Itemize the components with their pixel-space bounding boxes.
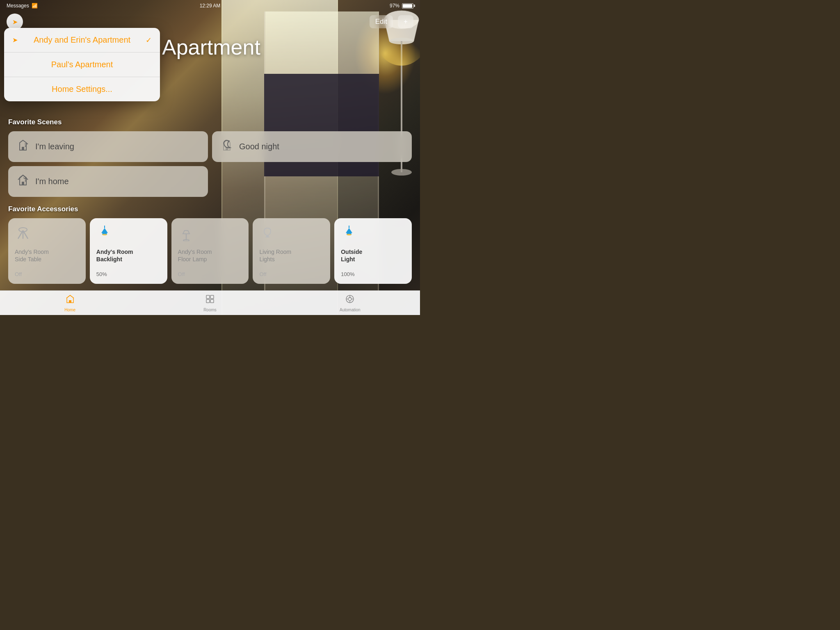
dropdown-item-settings-label: Home Settings... bbox=[52, 84, 112, 94]
floor-lamp-icon bbox=[178, 225, 242, 245]
floor-lamp-name: Andy's RoomFloor Lamp bbox=[178, 248, 242, 263]
svg-point-6 bbox=[25, 146, 26, 147]
svg-rect-7 bbox=[226, 147, 228, 150]
app-name: Messages bbox=[7, 3, 29, 9]
status-time: 12:29 AM bbox=[200, 3, 221, 9]
living-room-icon bbox=[259, 225, 324, 245]
side-table-name: Andy's RoomSide Table bbox=[15, 248, 79, 263]
accessories-section-title: Favorite Accessories bbox=[8, 205, 412, 213]
svg-point-15 bbox=[102, 234, 107, 235]
home-icon bbox=[16, 173, 30, 189]
automation-tab-icon bbox=[345, 294, 355, 306]
home-dropdown: ➤ Andy and Erin's Apartment ✓ Paul's Apa… bbox=[4, 28, 160, 101]
side-table-status: Off bbox=[15, 271, 79, 277]
add-button[interactable]: + bbox=[398, 15, 413, 28]
backlight-name: Andy's RoomBacklight bbox=[96, 248, 161, 263]
dropdown-item-paul-label: Paul's Apartment bbox=[51, 60, 113, 69]
leaving-label: I'm leaving bbox=[35, 142, 74, 151]
svg-rect-26 bbox=[210, 295, 214, 299]
floor-lamp-status: Off bbox=[178, 271, 242, 277]
sections-wrapper: Favorite Scenes I'm leaving bbox=[0, 118, 420, 290]
dropdown-item-andy-erin-label: Andy and Erin's Apartment bbox=[34, 35, 130, 45]
home-tab-icon bbox=[65, 294, 75, 306]
nav-arrow-icon: ➤ bbox=[12, 36, 18, 44]
living-room-status: Off bbox=[259, 271, 324, 277]
side-table-icon bbox=[15, 225, 79, 245]
accessory-backlight[interactable]: Andy's RoomBacklight 50% bbox=[90, 218, 167, 284]
edit-button[interactable]: Edit bbox=[370, 15, 393, 28]
status-bar: Messages 📶 12:29 AM 97% bbox=[0, 0, 420, 11]
outside-name: OutsideLight bbox=[341, 248, 405, 263]
dropdown-item-andy-erin[interactable]: ➤ Andy and Erin's Apartment ✓ bbox=[4, 28, 160, 52]
scenes-section-title: Favorite Scenes bbox=[8, 118, 412, 126]
accessories-section: Favorite Accessories Andy' bbox=[8, 205, 412, 284]
automation-tab-label: Automation bbox=[340, 308, 361, 312]
battery-percent: 97% bbox=[390, 3, 399, 9]
svg-rect-5 bbox=[22, 147, 24, 150]
outside-status: 100% bbox=[341, 271, 405, 277]
svg-point-22 bbox=[347, 234, 352, 235]
tab-home[interactable]: Home bbox=[0, 294, 140, 312]
home-label: I'm home bbox=[35, 177, 69, 186]
living-room-name: Living RoomLights bbox=[259, 248, 324, 263]
dropdown-item-paul[interactable]: Paul's Apartment bbox=[4, 52, 160, 77]
status-left: Messages 📶 bbox=[7, 3, 38, 9]
scenes-grid: I'm leaving Good night bbox=[8, 131, 412, 197]
home-tab-label: Home bbox=[64, 308, 75, 312]
scene-home[interactable]: I'm home bbox=[8, 166, 208, 197]
status-right: 97% bbox=[390, 3, 413, 9]
dropdown-item-settings[interactable]: Home Settings... bbox=[4, 77, 160, 101]
scene-goodnight[interactable]: Good night bbox=[212, 131, 412, 162]
svg-rect-25 bbox=[206, 295, 210, 299]
top-right-buttons: Edit + bbox=[370, 15, 413, 28]
svg-rect-28 bbox=[210, 299, 214, 303]
backlight-icon bbox=[96, 225, 161, 245]
tab-bar: Home Rooms Automation bbox=[0, 290, 420, 315]
rooms-tab-icon bbox=[205, 294, 215, 306]
accessory-side-table[interactable]: Andy's RoomSide Table Off bbox=[8, 218, 86, 284]
rooms-tab-label: Rooms bbox=[203, 308, 217, 312]
wifi-icon: 📶 bbox=[32, 3, 38, 9]
backlight-status: 50% bbox=[96, 271, 161, 277]
location-button[interactable]: ➤ bbox=[7, 14, 23, 30]
goodnight-icon bbox=[220, 139, 233, 155]
svg-rect-27 bbox=[206, 299, 210, 303]
svg-point-9 bbox=[25, 180, 26, 182]
svg-rect-8 bbox=[22, 182, 24, 185]
check-icon: ✓ bbox=[146, 36, 152, 45]
svg-rect-24 bbox=[69, 300, 71, 303]
accessories-grid: Andy's RoomSide Table Off bbox=[8, 218, 412, 284]
accessory-outside[interactable]: OutsideLight 100% bbox=[334, 218, 412, 284]
tab-rooms[interactable]: Rooms bbox=[140, 294, 280, 312]
accessory-floor-lamp[interactable]: Andy's RoomFloor Lamp Off bbox=[171, 218, 249, 284]
goodnight-label: Good night bbox=[239, 142, 279, 151]
tab-automation[interactable]: Automation bbox=[280, 294, 420, 312]
scene-leaving[interactable]: I'm leaving bbox=[8, 131, 208, 162]
outside-icon bbox=[341, 225, 405, 245]
accessory-living-room[interactable]: Living RoomLights Off bbox=[253, 218, 330, 284]
leaving-icon bbox=[16, 139, 30, 155]
battery-icon bbox=[402, 3, 413, 9]
